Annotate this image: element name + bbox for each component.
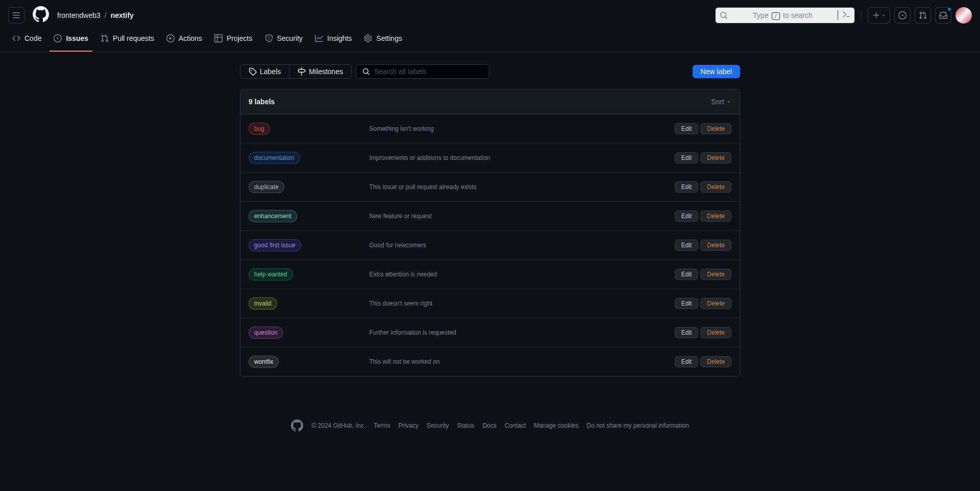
delete-button[interactable]: Delete bbox=[700, 181, 731, 193]
tab-code[interactable]: Code bbox=[8, 30, 45, 52]
hamburger-icon bbox=[12, 11, 20, 19]
edit-button[interactable]: Edit bbox=[675, 298, 699, 309]
issues-button[interactable] bbox=[894, 7, 911, 24]
label-row: wontfixThis will not be worked onEditDel… bbox=[240, 347, 740, 376]
tab-settings[interactable]: Settings bbox=[360, 30, 406, 52]
label-description: This issue or pull request already exist… bbox=[370, 183, 675, 191]
edit-button[interactable]: Edit bbox=[675, 240, 699, 251]
hamburger-menu-button[interactable] bbox=[8, 7, 24, 24]
edit-button[interactable]: Edit bbox=[675, 356, 699, 367]
edit-button[interactable]: Edit bbox=[675, 123, 699, 134]
triangle-down-icon bbox=[726, 99, 731, 104]
label-pill[interactable]: bug bbox=[249, 123, 270, 135]
footer-link[interactable]: Terms bbox=[374, 422, 390, 429]
footer-link[interactable]: Status bbox=[457, 422, 474, 429]
breadcrumb: frontendweb3 / nextify bbox=[57, 11, 134, 19]
triangle-down-icon bbox=[881, 13, 886, 17]
breadcrumb-owner-link[interactable]: frontendweb3 bbox=[57, 11, 101, 19]
labels-list-box: 9 labels Sort bugSomething isn't working… bbox=[240, 89, 740, 377]
label-description: Extra attention is needed bbox=[370, 271, 675, 278]
delete-button[interactable]: Delete bbox=[700, 327, 731, 338]
header-divider bbox=[861, 10, 862, 20]
delete-button[interactable]: Delete bbox=[700, 152, 731, 163]
inbox-icon bbox=[939, 11, 947, 19]
label-description: New feature or request bbox=[370, 213, 675, 220]
label-pill[interactable]: wontfix bbox=[249, 356, 279, 368]
label-actions: EditDelete bbox=[675, 269, 731, 280]
breadcrumb-repo-link[interactable]: nextify bbox=[111, 11, 134, 19]
footer-link[interactable]: Security bbox=[427, 422, 449, 429]
label-name-cell: invalid bbox=[249, 297, 370, 310]
footer-link[interactable]: Manage cookies bbox=[534, 422, 578, 429]
edit-button[interactable]: Edit bbox=[675, 211, 699, 222]
github-logo-link[interactable] bbox=[33, 6, 49, 24]
delete-button[interactable]: Delete bbox=[700, 298, 731, 309]
label-row: bugSomething isn't workingEditDelete bbox=[240, 114, 740, 144]
delete-button[interactable]: Delete bbox=[700, 269, 731, 280]
play-icon bbox=[166, 34, 175, 42]
delete-button[interactable]: Delete bbox=[700, 123, 731, 134]
label-search-input[interactable] bbox=[374, 67, 483, 76]
label-actions: EditDelete bbox=[675, 181, 731, 193]
label-description: This doesn't seem right bbox=[370, 300, 675, 307]
label-row: good first issueGood for newcomersEditDe… bbox=[240, 231, 740, 260]
sort-button[interactable]: Sort bbox=[711, 98, 731, 106]
label-row: documentationImprovements or additions t… bbox=[240, 144, 740, 173]
labels-tab-button[interactable]: Labels bbox=[240, 65, 289, 78]
label-pill[interactable]: duplicate bbox=[249, 181, 284, 193]
edit-button[interactable]: Edit bbox=[675, 327, 699, 338]
label-actions: EditDelete bbox=[675, 356, 731, 367]
user-avatar[interactable] bbox=[955, 7, 972, 24]
shield-icon bbox=[265, 34, 273, 42]
footer-link[interactable]: Docs bbox=[482, 422, 496, 429]
label-pill[interactable]: help wanted bbox=[249, 268, 293, 280]
label-pill[interactable]: good first issue bbox=[249, 239, 301, 251]
new-label-button[interactable]: New label bbox=[693, 65, 740, 78]
label-name-cell: question bbox=[249, 326, 370, 339]
labels-count: 9 labels bbox=[249, 98, 275, 106]
footer-link[interactable]: Contact bbox=[505, 422, 526, 429]
tab-security[interactable]: Security bbox=[261, 30, 307, 52]
label-name-cell: bug bbox=[249, 123, 370, 135]
tab-insights[interactable]: Insights bbox=[311, 30, 356, 52]
label-description: Good for newcomers bbox=[370, 242, 675, 249]
footer-copyright: © 2024 GitHub, Inc. bbox=[311, 422, 365, 429]
table-icon bbox=[214, 34, 223, 42]
tab-actions[interactable]: Actions bbox=[162, 30, 206, 52]
github-logo-icon bbox=[33, 6, 49, 22]
git-pull-request-icon bbox=[101, 34, 109, 42]
label-name-cell: enhancement bbox=[249, 210, 370, 222]
milestones-tab-button[interactable]: Milestones bbox=[289, 65, 351, 78]
edit-button[interactable]: Edit bbox=[675, 181, 699, 193]
delete-button[interactable]: Delete bbox=[700, 356, 731, 367]
footer-link[interactable]: Privacy bbox=[399, 422, 419, 429]
tab-pull-requests[interactable]: Pull requests bbox=[96, 30, 158, 52]
label-actions: EditDelete bbox=[675, 211, 731, 222]
labels-list-body: bugSomething isn't workingEditDeletedocu… bbox=[240, 114, 740, 376]
label-pill[interactable]: documentation bbox=[249, 152, 300, 164]
label-description: Something isn't working bbox=[370, 125, 675, 132]
repo-nav: Code Issues Pull requests Actions Projec… bbox=[0, 30, 980, 52]
tab-issues[interactable]: Issues bbox=[50, 30, 92, 52]
edit-button[interactable]: Edit bbox=[675, 269, 699, 280]
issue-opened-icon bbox=[898, 11, 906, 19]
label-pill[interactable]: enhancement bbox=[249, 210, 297, 222]
footer: © 2024 GitHub, Inc. TermsPrivacySecurity… bbox=[163, 409, 817, 442]
label-name-cell: good first issue bbox=[249, 239, 370, 251]
notifications-button[interactable] bbox=[935, 7, 951, 24]
delete-button[interactable]: Delete bbox=[700, 211, 731, 222]
create-new-button[interactable] bbox=[868, 7, 890, 24]
notification-dot bbox=[947, 7, 952, 12]
label-actions: EditDelete bbox=[675, 240, 731, 251]
delete-button[interactable]: Delete bbox=[700, 240, 731, 251]
label-pill[interactable]: invalid bbox=[249, 297, 277, 310]
edit-button[interactable]: Edit bbox=[675, 152, 699, 163]
pull-requests-button[interactable] bbox=[915, 7, 931, 24]
issue-opened-icon bbox=[54, 34, 62, 42]
search-icon bbox=[362, 67, 370, 76]
global-search-button[interactable]: Type / to search bbox=[715, 7, 855, 24]
tab-projects[interactable]: Projects bbox=[210, 30, 257, 52]
label-description: Improvements or additions to documentati… bbox=[370, 154, 675, 161]
footer-link[interactable]: Do not share my personal information bbox=[586, 422, 689, 429]
label-pill[interactable]: question bbox=[249, 326, 283, 339]
